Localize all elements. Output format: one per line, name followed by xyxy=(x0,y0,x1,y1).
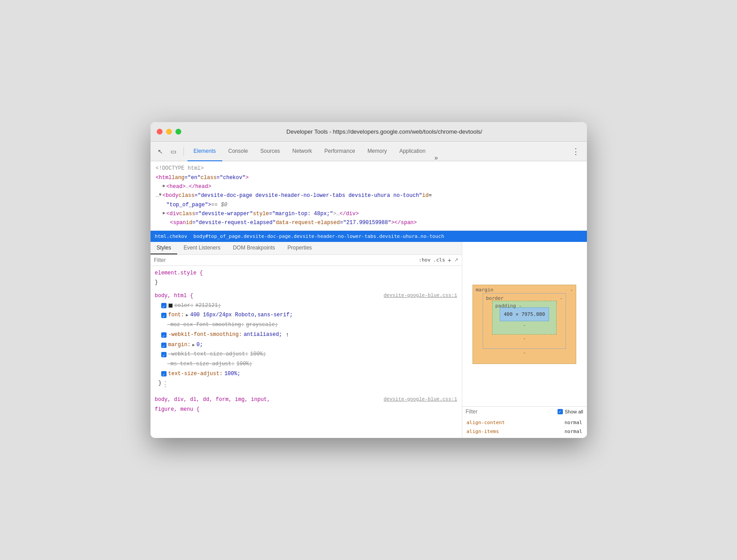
show-all-label: Show all xyxy=(565,409,583,414)
css-prop-margin: margin: ▶ 0; xyxy=(155,340,457,350)
breadcrumb-html[interactable]: html.chekov xyxy=(155,233,187,239)
styles-left-panel: Styles Event Listeners DOM Breakpoints P… xyxy=(151,242,462,438)
body-div-rule: body, div, dl, dd, form, img, input, dev… xyxy=(155,395,457,414)
css-source-link[interactable]: devsite-google-blue.css:1 xyxy=(383,291,457,300)
computed-filter-input[interactable] xyxy=(466,409,555,415)
border-bottom: - xyxy=(492,335,557,341)
tab-dom-breakpoints[interactable]: DOM Breakpoints xyxy=(227,242,281,254)
css-prop-moz: -moz-osx-font-smoothing: grayscale; xyxy=(155,320,457,330)
tab-styles[interactable]: Styles xyxy=(151,242,178,254)
computed-val: normal xyxy=(565,418,582,427)
dom-panel: <!DOCTYPE html> <html lang="en" class="c… xyxy=(151,161,587,231)
tab-sources[interactable]: Sources xyxy=(254,142,286,161)
title-bar: Developer Tools - https://developers.goo… xyxy=(151,122,587,142)
dom-line-doctype: <!DOCTYPE html> xyxy=(156,164,582,173)
border-val: - xyxy=(560,295,563,301)
prop-checkbox[interactable] xyxy=(161,332,167,338)
css-selector: body, html { xyxy=(155,293,193,299)
cursor-pointer-icon: ↑ xyxy=(286,330,289,340)
tab-bar: Elements Console Sources Network Perform… xyxy=(187,142,567,161)
tab-console[interactable]: Console xyxy=(222,142,254,161)
expand-icon[interactable]: ↗ xyxy=(454,257,458,263)
devtools-toolbar: ↖ ▭ Elements Console Sources Network Per… xyxy=(151,142,587,161)
computed-val: normal xyxy=(565,427,582,436)
computed-properties: align-content normal align-items normal xyxy=(462,417,587,438)
dom-line-body-cont: "top_of_page"> == $0 xyxy=(156,200,582,209)
minimize-button[interactable] xyxy=(166,129,172,135)
tab-elements[interactable]: Elements xyxy=(187,142,222,161)
styles-area: Styles Event Listeners DOM Breakpoints P… xyxy=(151,242,587,438)
dom-line-div: ▶ <div class="devsite-wrapper" style="ma… xyxy=(156,209,582,218)
padding-bottom: - xyxy=(500,322,549,328)
css-prop-text-size: text-size-adjust: 100%; xyxy=(155,369,457,379)
computed-filter-bar: ✓ Show all xyxy=(462,406,587,417)
cursor-icon[interactable]: ↖ xyxy=(154,145,167,158)
styles-content: element.style { } body, html { devsite-g… xyxy=(151,266,462,438)
css-source-link[interactable]: devsite-google-blue.css:1 xyxy=(383,395,457,404)
computed-row: align-items normal xyxy=(467,427,582,436)
prop-checkbox[interactable] xyxy=(161,343,167,348)
css-prop-webkit-text: -webkit-text-size-adjust: 100%; xyxy=(155,350,457,360)
tab-memory[interactable]: Memory xyxy=(361,142,393,161)
toolbar-divider xyxy=(183,147,184,156)
breadcrumb-bar: html.chekov body#top_of_page.devsite-doc… xyxy=(151,231,587,242)
css-selector: element.style { xyxy=(155,270,203,276)
padding-label: padding - xyxy=(495,303,522,309)
breadcrumb-body[interactable]: body#top_of_page.devsite-doc-page.devsit… xyxy=(191,233,447,240)
css-prop-color: color: #212121; xyxy=(155,301,457,311)
tab-performance[interactable]: Performance xyxy=(318,142,362,161)
devtools-window: Developer Tools - https://developers.goo… xyxy=(151,122,587,438)
maximize-button[interactable] xyxy=(175,129,181,135)
devtools-body: <!DOCTYPE html> <html lang="en" class="c… xyxy=(151,161,587,438)
prop-checkbox[interactable] xyxy=(161,313,167,318)
tab-network[interactable]: Network xyxy=(286,142,318,161)
margin-bottom: - xyxy=(483,350,566,356)
tab-application[interactable]: Application xyxy=(393,142,432,161)
prop-checkbox[interactable] xyxy=(161,352,167,357)
styles-filter-input[interactable] xyxy=(154,257,416,263)
cls-filter[interactable]: .cls xyxy=(433,257,445,263)
dom-line-head: ▶ <head>…</head> xyxy=(156,182,582,191)
body-triangle-icon[interactable]: ▼ xyxy=(159,191,162,199)
show-all-container: ✓ Show all xyxy=(558,409,583,414)
add-style-icon[interactable]: + xyxy=(448,257,451,264)
dom-line-span: <span id="devsite-request-elapsed" data-… xyxy=(156,218,582,227)
kebab-menu-icon[interactable]: ⋮ xyxy=(568,147,583,156)
show-all-checkbox[interactable]: ✓ xyxy=(558,409,563,414)
css-prop-font: font: ▶ 400 16px/24px Roboto,sans-serif; xyxy=(155,311,457,320)
prop-checkbox[interactable] xyxy=(161,303,167,308)
body-html-rule: body, html { devsite-google-blue.css:1 c… xyxy=(155,291,457,392)
margin-label: margin xyxy=(476,287,493,293)
computed-prop: align-content xyxy=(467,418,505,427)
computed-row: align-content normal xyxy=(467,418,582,427)
pseudo-class-filter[interactable]: :hov xyxy=(419,257,431,263)
css-prop-webkit-font: -webkit-font-smoothing: antialiased; ↑ xyxy=(155,330,457,340)
color-swatch[interactable] xyxy=(168,303,173,308)
more-tabs-icon[interactable]: » xyxy=(432,154,440,161)
css-selector: body, div, dl, dd, form, img, input, xyxy=(155,396,270,403)
traffic-lights xyxy=(157,129,181,135)
triangle-icon[interactable]: ▶ xyxy=(163,182,166,190)
content-size: 400 × 7975.080 xyxy=(504,311,545,317)
box-model-panel: margin - border - padding - 400 × 79 xyxy=(462,242,587,438)
margin-val: - xyxy=(570,287,573,293)
content-box: 400 × 7975.080 xyxy=(500,307,549,321)
dom-line-html: <html lang="en" class="chekov" > xyxy=(156,173,582,182)
tab-properties[interactable]: Properties xyxy=(281,242,318,254)
element-style-rule: element.style { } xyxy=(155,269,457,288)
div-triangle-icon[interactable]: ▶ xyxy=(163,209,166,217)
inspect-icon[interactable]: ▭ xyxy=(167,145,180,158)
computed-prop: align-items xyxy=(467,427,499,436)
css-prop-ms-text: -ms-text-size-adjust: 100%; xyxy=(155,360,457,369)
box-model-visual: margin - border - padding - 400 × 79 xyxy=(462,242,587,406)
prop-checkbox[interactable] xyxy=(161,371,167,376)
styles-subtabs: Styles Event Listeners DOM Breakpoints P… xyxy=(151,242,462,255)
more-options-icon[interactable]: ⋮ xyxy=(162,379,169,392)
window-title: Developer Tools - https://developers.goo… xyxy=(188,128,581,135)
css-selector-cont: figure, menu { xyxy=(155,406,200,413)
close-button[interactable] xyxy=(157,129,163,135)
dom-line-body[interactable]: … ▼ <body class="devsite-doc-page devsit… xyxy=(156,191,582,200)
styles-filter-bar: :hov .cls + ↗ xyxy=(151,255,462,266)
tab-event-listeners[interactable]: Event Listeners xyxy=(177,242,227,254)
